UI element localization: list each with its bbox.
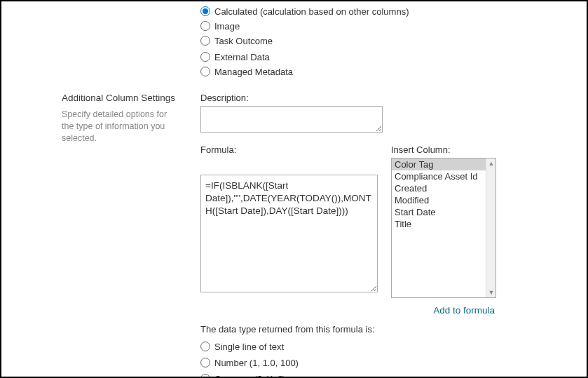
radio-label: Task Outcome — [214, 36, 273, 46]
return-type-radios: Single line of text Number (1, 1.0, 100)… — [200, 339, 573, 378]
list-item[interactable]: Color Tag — [392, 158, 486, 170]
radio-label: Calculated (calculation based on other c… — [214, 6, 409, 17]
radio-icon — [200, 36, 210, 46]
section-description: Specify detailed options for the type of… — [62, 109, 179, 144]
scrollbar[interactable]: ▲ ▼ — [486, 158, 495, 297]
list-item[interactable]: Created — [392, 182, 486, 194]
insert-column-label: Insert Column: — [391, 144, 496, 155]
column-settings-panel: Calculated (calculation based on other c… — [0, 0, 588, 378]
list-item[interactable]: Compliance Asset Id — [392, 170, 486, 182]
list-item[interactable]: Title — [392, 218, 486, 230]
list-item[interactable]: Modified — [392, 194, 486, 206]
radio-icon — [200, 358, 210, 367]
formula-row: Formula: Insert Column: Color Tag Compli… — [200, 144, 573, 298]
add-to-formula-link[interactable]: Add to formula — [200, 305, 495, 316]
description-label: Description: — [200, 93, 573, 103]
radio-label: Currency ($, ¥, €) — [214, 374, 285, 379]
radio-currency[interactable]: Currency ($, ¥, €) — [200, 371, 573, 378]
radio-label: Single line of text — [214, 342, 284, 352]
chevron-down-icon[interactable]: ▼ — [486, 288, 496, 297]
radio-task-outcome[interactable]: Task Outcome — [200, 34, 573, 48]
radio-external-data[interactable]: External Data — [200, 50, 573, 64]
insert-column-listbox[interactable]: Color Tag Compliance Asset Id Created Mo… — [391, 158, 496, 298]
return-type-label: The data type returned from this formula… — [200, 324, 573, 335]
radio-icon — [200, 374, 210, 378]
column-type-radios: Calculated (calculation based on other c… — [200, 4, 573, 79]
radio-number[interactable]: Number (1, 1.0, 100) — [200, 355, 573, 370]
formula-input[interactable] — [200, 175, 378, 292]
radio-calculated[interactable]: Calculated (calculation based on other c… — [200, 4, 573, 18]
description-input[interactable] — [200, 106, 383, 133]
radio-icon — [200, 342, 210, 351]
radio-single-line[interactable]: Single line of text — [200, 339, 573, 354]
radio-label: External Data — [214, 52, 270, 62]
radio-icon — [200, 67, 210, 76]
return-type-section: The data type returned from this formula… — [200, 324, 573, 378]
insert-column-col: Insert Column: Color Tag Compliance Asse… — [391, 144, 496, 298]
listbox-items: Color Tag Compliance Asset Id Created Mo… — [392, 158, 486, 297]
formula-label: Formula: — [200, 144, 383, 155]
radio-label: Image — [214, 21, 240, 32]
additional-settings-section: Additional Column Settings Specify detai… — [15, 93, 573, 378]
radio-icon — [200, 21, 210, 31]
section-title: Additional Column Settings — [62, 93, 179, 103]
section-aside: Additional Column Settings Specify detai… — [15, 93, 200, 378]
formula-col: Formula: — [200, 144, 383, 295]
chevron-up-icon[interactable]: ▲ — [486, 158, 496, 168]
section-body: Description: Formula: Insert Column: Col… — [200, 93, 573, 378]
radio-icon — [200, 6, 210, 16]
radio-label: Managed Metadata — [214, 67, 293, 77]
list-item[interactable]: Start Date — [392, 206, 486, 218]
radio-icon — [200, 52, 210, 62]
radio-image[interactable]: Image — [200, 19, 573, 33]
radio-label: Number (1, 1.0, 100) — [214, 358, 299, 368]
radio-managed-metadata[interactable]: Managed Metadata — [200, 65, 573, 79]
